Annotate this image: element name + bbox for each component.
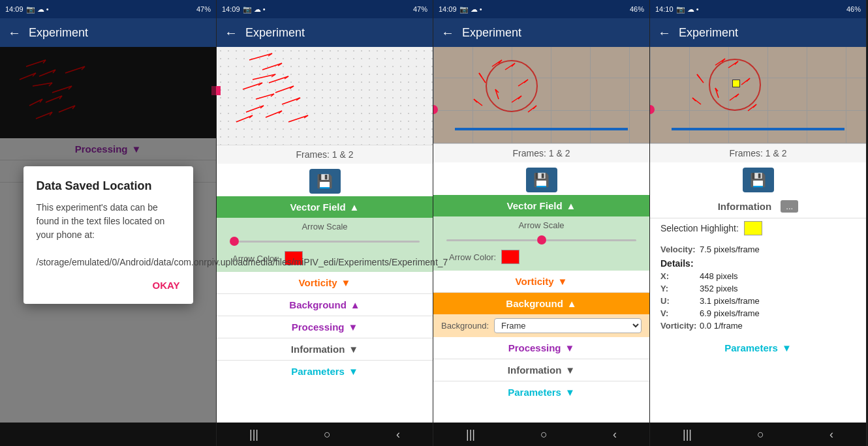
svg-line-30 (275, 86, 294, 93)
info-expand-btn-4[interactable]: ... (781, 200, 798, 213)
nav-home-4[interactable]: ○ (757, 428, 764, 441)
vorticity-info-row: Vorticity: 0.0 1/frame (660, 320, 856, 332)
nav-home-3[interactable]: ○ (540, 428, 548, 441)
dialog-body: This experiment's data can be found in t… (37, 201, 180, 269)
parameters-icon-3: ▼ (565, 387, 575, 398)
vorticity-btn-3[interactable]: Vorticity ▼ (433, 271, 649, 292)
time-3: 14:09 (439, 5, 457, 13)
nav-bar-3: ||| ○ ‹ (433, 423, 649, 446)
nav-back-4[interactable]: ‹ (829, 428, 833, 441)
status-icons-1: 📷 ☁ • (26, 5, 49, 14)
slider-thumb-3[interactable] (537, 235, 546, 245)
arrow-color-row-3: Arrow Color: (441, 247, 642, 267)
svg-line-49 (479, 73, 482, 77)
background-select-3[interactable]: Frame None Overlay (494, 318, 642, 333)
time-1: 14:09 (5, 5, 23, 13)
vector-field-btn-2[interactable]: Vector Field ▲ (217, 196, 433, 218)
slider-empty-3 (546, 239, 637, 241)
nav-back-3[interactable]: ‹ (613, 428, 617, 441)
vorticity-btn-2[interactable]: Vorticity ▼ (217, 272, 433, 293)
velocity-val: 7.5 pixels/frame (700, 245, 760, 254)
information-label-4: Information (718, 201, 772, 212)
battery-4: 46% (846, 5, 861, 13)
nav-recent-4[interactable]: ||| (683, 428, 692, 441)
processing-label-3: Processing (508, 342, 561, 353)
vector-field-icon-2: ▲ (350, 201, 360, 213)
arrow-color-swatch-3[interactable] (501, 250, 519, 264)
parameters-btn-4[interactable]: Parameters ▼ (650, 337, 866, 359)
vector-field-label-2: Vector Field (290, 201, 346, 213)
information-btn-2[interactable]: Information ▼ (217, 338, 433, 360)
background-label-2: Background (289, 299, 347, 310)
dialog-actions: OKAY (37, 280, 180, 291)
save-row-2: 💾 (217, 164, 433, 196)
x-row: X: 448 pixels (660, 270, 856, 282)
vector-field-btn-3[interactable]: Vector Field ▲ (433, 195, 649, 216)
background-icon-2: ▲ (350, 299, 360, 310)
nav-bar-4: ||| ○ ‹ (650, 423, 866, 446)
parameters-icon-4: ▼ (782, 342, 792, 353)
frames-label-4: Frames: 1 & 2 (650, 143, 866, 162)
status-bar-1: 14:09 📷 ☁ • 47% (0, 0, 216, 18)
okay-button[interactable]: OKAY (153, 280, 180, 291)
frames-label-3: Frames: 1 & 2 (433, 143, 649, 162)
parameters-btn-2[interactable]: Parameters ▼ (217, 361, 433, 382)
app-title-1: Experiment (29, 26, 88, 40)
slider-track-2[interactable] (239, 241, 420, 243)
v-val: 6.9 pixels/frame (700, 308, 760, 318)
svg-line-42 (236, 115, 253, 122)
background-btn-3[interactable]: Background ▲ (433, 293, 649, 314)
y-key: Y: (660, 284, 700, 293)
nav-back-2[interactable]: ‹ (396, 428, 400, 441)
back-button-1[interactable]: ← (8, 25, 21, 40)
status-right-1: 47% (196, 5, 211, 13)
back-button-2[interactable]: ← (225, 25, 238, 40)
background-btn-2[interactable]: Background ▲ (217, 294, 433, 316)
processing-btn-2[interactable]: Processing ▼ (217, 316, 433, 338)
app-bar-3: ← Experiment (433, 18, 649, 47)
vector-overlay-3 (433, 47, 649, 143)
vector-preview-2 (217, 47, 433, 145)
slider-row-3 (441, 233, 642, 247)
svg-line-22 (262, 63, 282, 70)
nav-bar-2: ||| ○ ‹ (217, 423, 433, 446)
selection-highlight-label: Selection Highlight: (660, 223, 739, 233)
battery-3: 46% (630, 5, 644, 13)
parameters-btn-3[interactable]: Parameters ▼ (433, 381, 649, 403)
selection-highlight-row: Selection Highlight: (650, 218, 866, 238)
v-key: V: (660, 308, 700, 318)
slider-filled-3 (446, 239, 537, 241)
back-button-4[interactable]: ← (658, 25, 671, 40)
data-saved-dialog: Data Saved Location This experiment's da… (23, 166, 193, 304)
vorticity-info-val: 0.0 1/frame (700, 321, 743, 331)
phone-panel-2: 14:09 📷 ☁ • 47% ← Experiment (217, 0, 433, 446)
information-btn-3[interactable]: Information ▼ (433, 359, 649, 381)
app-title-3: Experiment (462, 26, 521, 40)
save-button-3[interactable]: 💾 (526, 168, 557, 192)
information-btn-4[interactable]: Information ... (650, 195, 866, 218)
u-key: U: (660, 296, 700, 306)
information-icon-2: ▼ (349, 344, 358, 355)
vorticity-label-3: Vorticity (516, 276, 554, 287)
save-row-4: 💾 (650, 162, 866, 195)
dialog-title: Data Saved Location (37, 179, 180, 193)
v-row: V: 6.9 pixels/frame (660, 307, 856, 320)
time-4: 14:10 (655, 5, 674, 13)
y-row: Y: 352 pixels (660, 282, 856, 295)
camera-preview-4 (650, 47, 866, 143)
background-icon-3: ▲ (567, 298, 577, 309)
vector-svg-2 (217, 47, 433, 145)
nav-recent-3[interactable]: ||| (466, 428, 475, 441)
save-button-2[interactable]: 💾 (309, 169, 341, 194)
save-button-4[interactable]: 💾 (743, 168, 774, 192)
svg-line-28 (243, 83, 262, 89)
status-bar-3: 14:09 📷 ☁ • 46% (433, 0, 649, 18)
back-button-3[interactable]: ← (441, 25, 454, 40)
selection-highlight-swatch[interactable] (744, 221, 762, 235)
battery-2: 47% (413, 5, 427, 13)
nav-recent-2[interactable]: ||| (249, 428, 258, 441)
processing-btn-3[interactable]: Processing ▼ (433, 337, 649, 359)
bg-dropdown-label-3: Background: (441, 321, 489, 331)
nav-home-2[interactable]: ○ (324, 428, 331, 441)
slider-thumb-2[interactable] (230, 237, 239, 246)
